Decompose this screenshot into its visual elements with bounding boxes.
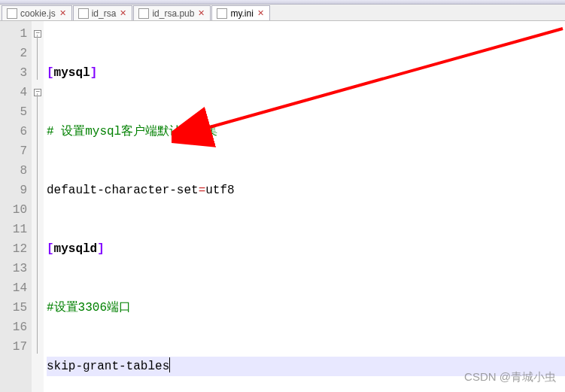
js-file-icon: [7, 8, 17, 19]
tab-my-ini[interactable]: my.ini ✕: [211, 5, 269, 20]
text-cursor: [169, 357, 170, 372]
code-area[interactable]: [[mysql]mysql] # 设置mysql客户端默认字符集 default…: [44, 21, 565, 392]
code-line: [mysqld][mysqld]: [47, 239, 565, 259]
tab-label: my.ini: [230, 8, 253, 19]
tab-label: id_rsa: [92, 8, 117, 19]
fold-toggle[interactable]: −: [34, 30, 41, 38]
tab-id-rsa[interactable]: id_rsa ✕: [73, 5, 133, 20]
tab-id-rsa-pub[interactable]: id_rsa.pub ✕: [133, 5, 211, 20]
tab-cookie-js[interactable]: cookie.js ✕: [2, 5, 72, 20]
close-icon[interactable]: ✕: [59, 8, 67, 18]
code-line: default-character-set=utf8: [47, 181, 565, 200]
ini-file-icon: [217, 8, 227, 19]
fold-toggle[interactable]: −: [34, 89, 41, 96]
close-icon[interactable]: ✕: [197, 8, 205, 18]
tab-bar: cookie.js ✕ id_rsa ✕ id_rsa.pub ✕ my.ini…: [0, 5, 565, 21]
line-number-gutter: 123 456 789 101112 131415 1617: [0, 21, 32, 392]
tab-label: id_rsa.pub: [152, 8, 194, 19]
code-line: [[mysql]mysql]: [47, 63, 565, 83]
text-file-icon: [138, 8, 149, 19]
fold-column: − −: [32, 21, 44, 392]
close-icon[interactable]: ✕: [119, 8, 127, 18]
code-line: # 设置mysql客户端默认字符集: [47, 122, 565, 141]
editor[interactable]: 123 456 789 101112 131415 1617 − − [[mys…: [0, 21, 565, 392]
watermark: CSDN @青城小虫: [464, 370, 556, 384]
code-line: #设置3306端口: [47, 298, 565, 318]
text-file-icon: [78, 8, 89, 19]
close-icon[interactable]: ✕: [257, 8, 265, 18]
tab-label: cookie.js: [20, 8, 56, 19]
